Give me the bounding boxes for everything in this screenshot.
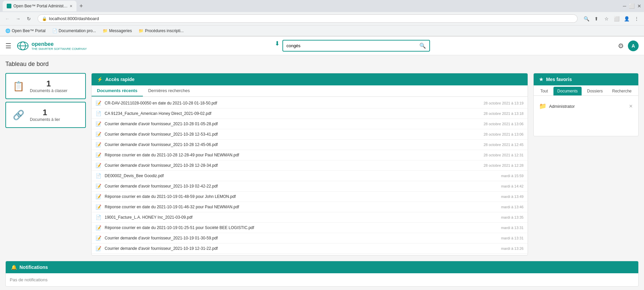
- doc-item-name: Courrier demande d'avoir fournisseur_202…: [105, 132, 480, 137]
- bookmark-proc-label: Procédures inscripti...: [145, 28, 183, 33]
- user-avatar[interactable]: A: [628, 41, 639, 51]
- doc-list-item[interactable]: 📝Réponse courrier en date du 2021-10-28 …: [92, 150, 528, 160]
- fav-tab-tout[interactable]: Tout: [536, 87, 552, 95]
- doc-list-item[interactable]: 📝Courrier demande d'avoir fournisseur_20…: [92, 119, 528, 129]
- fav-item-administrator[interactable]: 📁 Administrator ✕: [538, 100, 634, 113]
- menu-icon[interactable]: ⋮: [632, 14, 641, 23]
- security-icon: 🔒: [42, 16, 47, 21]
- split-view-icon[interactable]: ⬜: [612, 14, 621, 23]
- doc-file-icon: 📄: [96, 215, 101, 220]
- doc-item-date: mardi à 15:59: [501, 174, 524, 178]
- notifications-header: 🔔 Notifications: [6, 261, 638, 273]
- doc-item-date: mardi à 13:35: [501, 215, 524, 219]
- doc-file-icon: 📄: [96, 111, 101, 116]
- tab-dernieres-recherches[interactable]: Dernières recherches: [143, 85, 195, 96]
- doc-list-item[interactable]: 📝Courrier demande d'avoir fournisseur_20…: [92, 160, 528, 171]
- doc-list-item[interactable]: 📝Réponse courrier en date du 2021-10-19 …: [92, 223, 528, 233]
- lier-label: Documents à lier: [30, 117, 60, 122]
- doc-list-item[interactable]: 📝CR-DAV-20211028-00050 en date du 2021-1…: [92, 98, 528, 108]
- browser-close[interactable]: ✕: [637, 3, 641, 9]
- bookmark-messageries[interactable]: 📁 Messageries: [100, 28, 135, 34]
- doc-list-item[interactable]: 📝Courrier demande d'avoir fournisseur_20…: [92, 181, 528, 192]
- doc-list-item[interactable]: 📄CA 91234_Facture_American Honey Direct_…: [92, 108, 528, 119]
- bookmarks-bar: 🌐 Open Bee™ Portal 📄 Documentation pro..…: [0, 25, 644, 36]
- search-input[interactable]: [283, 41, 416, 50]
- doc-list-item[interactable]: 📝Courrier demande d'avoir fournisseur_20…: [92, 140, 528, 150]
- bookmark-openbee[interactable]: 🌐 Open Bee™ Portal: [3, 28, 48, 34]
- tab-documents-recents[interactable]: Documents récents: [92, 85, 143, 96]
- bookmark-icon[interactable]: ☆: [602, 14, 611, 23]
- browser-tab-bar: Open Bee™ Portal Administrator × + ─ ⬜ ✕: [0, 0, 644, 12]
- lier-number: 1: [43, 108, 47, 117]
- doc-item-name: Réponse courrier en date du 2021-10-19 0…: [105, 205, 498, 209]
- doc-item-date: mardi à 13:46: [501, 205, 524, 209]
- fav-tab-dossiers[interactable]: Dossiers: [583, 87, 607, 95]
- back-button[interactable]: ←: [3, 14, 12, 23]
- doc-list-item[interactable]: 📝Réponse courrier en date du 2021-10-19 …: [92, 202, 528, 212]
- bookmark-procedures[interactable]: 📁 Procédures inscripti...: [136, 28, 186, 34]
- bookmark-documentation[interactable]: 📄 Documentation pro...: [50, 28, 99, 34]
- app-logo: openbee THE SMARTER SOFTWARE COMPANY: [17, 40, 87, 52]
- doc-file-icon: 📝: [96, 100, 101, 106]
- classer-number: 1: [46, 79, 51, 88]
- doc-item-date: mardi à 13:49: [501, 195, 524, 199]
- doc-item-name: Réponse courrier en date du 2021-10-28 1…: [105, 153, 480, 157]
- doc-file-icon: 📄: [96, 173, 101, 178]
- fav-content: 📁 Administrator ✕: [534, 96, 638, 136]
- bookmark-msg-icon: 📁: [103, 28, 108, 33]
- fav-remove-button[interactable]: ✕: [629, 103, 633, 109]
- doc-item-date: 28 octobre 2021 à 13:18: [484, 112, 524, 116]
- mes-favoris-icon: ★: [539, 77, 543, 82]
- address-bar[interactable]: 🔒 localhost:8000/dashboard: [38, 14, 578, 23]
- doc-file-icon: 📝: [96, 204, 101, 210]
- doc-file-icon: 📝: [96, 132, 101, 137]
- doc-list-item[interactable]: 📝Courrier demande d'avoir fournisseur_20…: [92, 233, 528, 243]
- logo-text: openbee THE SMARTER SOFTWARE COMPANY: [32, 41, 87, 51]
- mes-favoris-panel: ★ Mes favoris Tout Documents Dossiers Re…: [533, 73, 639, 136]
- doc-item-name: 19001_Facture_L.A. HONEY Inc_2021-03-09.…: [105, 215, 498, 220]
- right-column: ★ Mes favoris Tout Documents Dossiers Re…: [533, 73, 639, 142]
- doc-list-item[interactable]: 📝Réponse courrier en date du 2021-10-19 …: [92, 192, 528, 202]
- hamburger-menu[interactable]: ☰: [5, 42, 11, 50]
- reload-button[interactable]: ↻: [24, 14, 34, 23]
- settings-icon[interactable]: ⚙: [618, 42, 624, 50]
- doc-list-item[interactable]: 📝Courrier demande d'avoir fournisseur_20…: [92, 129, 528, 140]
- bookmark-doc-icon: 📄: [52, 28, 57, 33]
- doc-list-item[interactable]: 📄DE00002_Devis_Bee Goodiz.pdfmardi à 15:…: [92, 171, 528, 181]
- search-wrapper: 🔍: [282, 40, 430, 52]
- doc-file-icon: 📝: [96, 142, 101, 147]
- fav-tab-documents[interactable]: Documents: [553, 87, 582, 95]
- search-icon[interactable]: 🔍: [582, 14, 591, 23]
- doc-list-item[interactable]: 📄19001_Facture_L.A. HONEY Inc_2021-03-09…: [92, 212, 528, 223]
- browser-tab-active[interactable]: Open Bee™ Portal Administrator ×: [3, 1, 76, 11]
- acces-rapide-icon: ⚡: [97, 77, 103, 82]
- favorites-tabs: Tout Documents Dossiers Recherche: [534, 85, 638, 96]
- classer-info: 1 Documents à classer: [30, 79, 67, 93]
- tab-close-button[interactable]: ×: [70, 3, 72, 9]
- browser-minimize[interactable]: ─: [623, 3, 626, 9]
- browser-restore[interactable]: ⬜: [629, 3, 635, 9]
- stat-card-classer[interactable]: 📋 1 Documents à classer: [5, 73, 86, 99]
- doc-item-name: Courrier demande d'avoir fournisseur_202…: [105, 122, 480, 126]
- logo-sub-text: THE SMARTER SOFTWARE COMPANY: [32, 47, 87, 51]
- search-button[interactable]: 🔍: [416, 41, 429, 51]
- share-icon[interactable]: ⬆: [592, 14, 601, 23]
- acces-rapide-panel: ⚡ Accès rapide Documents récents Dernièr…: [91, 73, 528, 256]
- doc-item-date: 28 octobre 2021 à 12:45: [484, 143, 524, 147]
- page-content: Tableau de bord 📋 1 Documents à classer …: [0, 55, 644, 290]
- fav-tab-recherche[interactable]: Recherche: [608, 87, 636, 95]
- doc-item-date: 28 octobre 2021 à 13:06: [484, 132, 524, 136]
- doc-item-name: DE00002_Devis_Bee Goodiz.pdf: [105, 173, 498, 178]
- doc-list-item[interactable]: 📝Courrier demande d'avoir fournisseur_20…: [92, 243, 528, 254]
- browser-actions: 🔍 ⬆ ☆ ⬜ 👤 ⋮: [582, 14, 641, 23]
- upload-icon[interactable]: ⬇: [275, 40, 280, 52]
- doc-item-name: Courrier demande d'avoir fournisseur_202…: [105, 236, 498, 240]
- stat-card-lier[interactable]: 🔗 1 Documents à lier: [5, 102, 86, 128]
- doc-file-icon: 📝: [96, 246, 101, 251]
- new-tab-button[interactable]: +: [76, 1, 86, 11]
- doc-file-icon: 📝: [96, 194, 101, 199]
- forward-button[interactable]: →: [13, 14, 23, 23]
- profile-icon[interactable]: 👤: [622, 14, 631, 23]
- doc-item-name: Réponse courrier en date du 2021-10-19 0…: [105, 194, 498, 199]
- mes-favoris-title: Mes favoris: [546, 77, 572, 82]
